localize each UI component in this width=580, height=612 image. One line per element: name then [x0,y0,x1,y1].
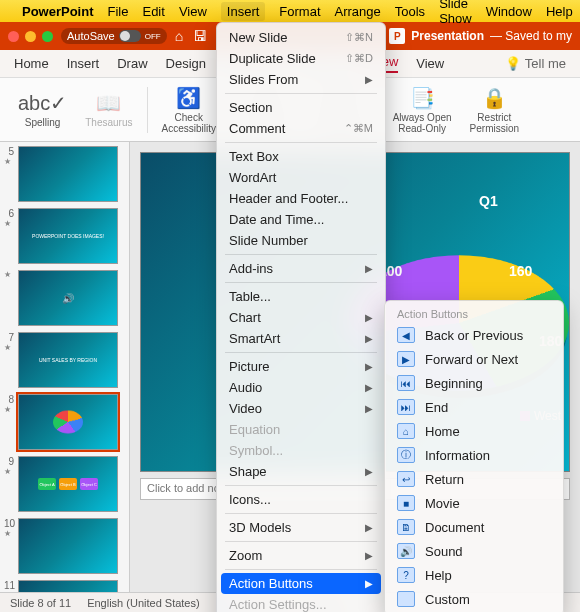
action-button-icon: ? [397,567,415,583]
menu-item-chart[interactable]: Chart▶ [217,307,385,328]
thumbnail-row[interactable]: ★🔊 [4,270,125,326]
minimize-icon[interactable] [25,31,36,42]
slide-counter[interactable]: Slide 8 of 11 [10,597,71,609]
action-button-back-or-previous[interactable]: ◀Back or Previous [385,323,563,347]
tab-design[interactable]: Design [166,56,206,71]
traffic-lights[interactable] [8,31,53,42]
tell-me[interactable]: 💡Tell me [505,56,566,71]
menu-item-smartart[interactable]: SmartArt▶ [217,328,385,349]
readonly-icon: 📑 [410,86,435,110]
action-button-icon: 🔊 [397,543,415,559]
menu-file[interactable]: File [108,4,129,19]
slide-thumbnails[interactable]: 5★6★POWERPOINT DOES IMAGES!★🔊7★UNIT SALE… [0,142,130,592]
menu-item-slide-number[interactable]: Slide Number [217,230,385,251]
spelling-icon: abc✓ [18,91,67,115]
menu-item-shape[interactable]: Shape▶ [217,461,385,482]
thumbnail-row[interactable]: 5★ [4,146,125,202]
thumbnail-row[interactable]: 8★ [4,394,125,450]
tab-view[interactable]: View [416,56,444,71]
read-only-button[interactable]: 📑Always Open Read-Only [385,84,460,136]
powerpoint-file-icon: P [389,28,405,44]
chart-value-160: 160 [509,263,532,279]
menu-item-action-buttons[interactable]: Action Buttons▶ [221,573,381,594]
action-button-icon: ⓘ [397,447,415,463]
menu-edit[interactable]: Edit [142,4,164,19]
action-button-beginning[interactable]: ⏮Beginning [385,371,563,395]
accessibility-button[interactable]: ♿Check Accessibility [154,84,224,136]
action-button-icon: ▶ [397,351,415,367]
lock-icon: 🔒 [482,86,507,110]
insert-menu-dropdown[interactable]: New Slide⇧⌘NDuplicate Slide⇧⌘DSlides Fro… [216,22,386,612]
action-button-information[interactable]: ⓘInformation [385,443,563,467]
action-button-sound[interactable]: 🔊Sound [385,539,563,563]
menu-item-add-ins[interactable]: Add-ins▶ [217,258,385,279]
menu-slideshow[interactable]: Slide Show [439,0,472,26]
menu-item-picture[interactable]: Picture▶ [217,356,385,377]
autosave-label: AutoSave [67,30,115,42]
zoom-icon[interactable] [42,31,53,42]
thumbnail-row[interactable]: 11★THANKS FOR ATTENDING! [4,580,125,592]
toggle-icon[interactable] [119,30,141,42]
menu-item-header-and-footer-[interactable]: Header and Footer... [217,188,385,209]
tab-home[interactable]: Home [14,56,49,71]
menu-item-video[interactable]: Video▶ [217,398,385,419]
save-status: — Saved to my [490,29,572,43]
menu-item-action-settings-: Action Settings... [217,594,385,612]
menu-item-duplicate-slide[interactable]: Duplicate Slide⇧⌘D [217,48,385,69]
thesaurus-button: 📖Thesaurus [77,89,140,130]
tab-draw[interactable]: Draw [117,56,147,71]
action-button-document[interactable]: 🗎Document [385,515,563,539]
document-title: Presentation [411,29,484,43]
menu-item-new-slide[interactable]: New Slide⇧⌘N [217,27,385,48]
menu-item-audio[interactable]: Audio▶ [217,377,385,398]
menu-item-wordart[interactable]: WordArt [217,167,385,188]
chart-label-q1: Q1 [479,193,498,209]
action-button-icon: ◀ [397,327,415,343]
spelling-button[interactable]: abc✓Spelling [10,89,75,130]
action-buttons-submenu[interactable]: Action Buttons ◀Back or Previous▶Forward… [384,300,564,612]
menu-item-section[interactable]: Section [217,97,385,118]
separator [147,87,148,133]
action-button-return[interactable]: ↩Return [385,467,563,491]
menu-arrange[interactable]: Arrange [335,4,381,19]
menu-item-comment[interactable]: Comment⌃⌘M [217,118,385,139]
menu-item-3d-models[interactable]: 3D Models▶ [217,517,385,538]
action-button-help[interactable]: ?Help [385,563,563,587]
action-button-custom[interactable]: Custom [385,587,563,611]
menu-item-date-and-time-[interactable]: Date and Time... [217,209,385,230]
autosave-toggle[interactable]: AutoSave OFF [61,28,167,44]
menu-format[interactable]: Format [279,4,320,19]
menu-insert[interactable]: Insert [221,2,266,21]
action-button-forward-or-next[interactable]: ▶Forward or Next [385,347,563,371]
restrict-button[interactable]: 🔒Restrict Permission [462,84,527,136]
language-status[interactable]: English (United States) [87,597,200,609]
thumbnail-row[interactable]: 10★ [4,518,125,574]
tab-insert[interactable]: Insert [67,56,100,71]
mac-menubar[interactable]: PowerPoint File Edit View Insert Format … [0,0,580,22]
menu-item-zoom[interactable]: Zoom▶ [217,545,385,566]
app-name[interactable]: PowerPoint [22,4,94,19]
action-button-home[interactable]: ⌂Home [385,419,563,443]
thumbnail-row[interactable]: 9★Object AObject BObject C [4,456,125,512]
save-icon[interactable]: 🖫 [193,28,207,44]
menu-window[interactable]: Window [486,4,532,19]
home-icon[interactable]: ⌂ [175,28,183,44]
action-button-end[interactable]: ⏭End [385,395,563,419]
bulb-icon: 💡 [505,56,521,71]
accessibility-icon: ♿ [176,86,201,110]
menu-item-equation: Equation [217,419,385,440]
thumbnail-row[interactable]: 6★POWERPOINT DOES IMAGES! [4,208,125,264]
action-button-icon: ↩ [397,471,415,487]
menu-item-table-[interactable]: Table... [217,286,385,307]
menu-tools[interactable]: Tools [395,4,425,19]
menu-help[interactable]: Help [546,4,573,19]
menu-item-symbol-: Symbol... [217,440,385,461]
close-icon[interactable] [8,31,19,42]
menu-view[interactable]: View [179,4,207,19]
action-button-icon [397,591,415,607]
menu-item-text-box[interactable]: Text Box [217,146,385,167]
thumbnail-row[interactable]: 7★UNIT SALES BY REGION [4,332,125,388]
action-button-movie[interactable]: ■Movie [385,491,563,515]
menu-item-icons-[interactable]: Icons... [217,489,385,510]
menu-item-slides-from[interactable]: Slides From▶ [217,69,385,90]
